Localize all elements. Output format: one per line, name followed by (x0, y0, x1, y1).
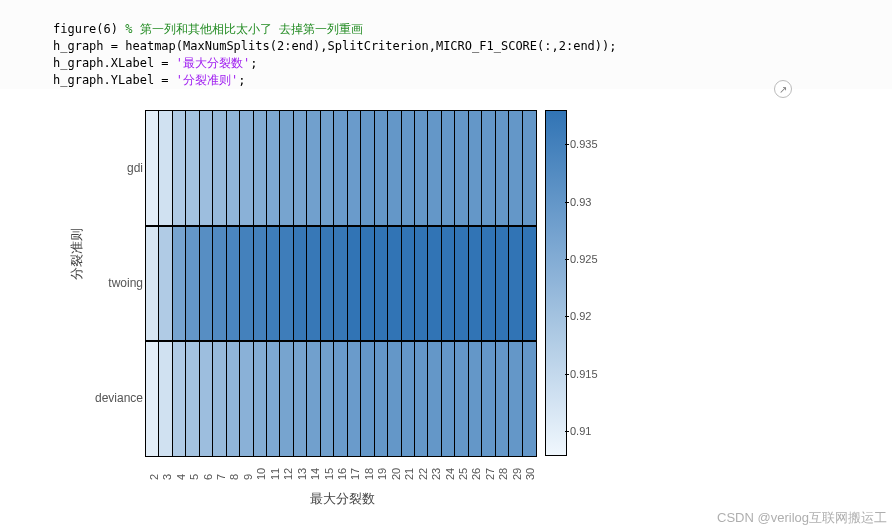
heatmap-cell (442, 227, 455, 340)
x-axis-label: 最大分裂数 (310, 490, 375, 508)
heatmap-cell (254, 342, 267, 456)
heatmap-cell (375, 342, 388, 456)
heatmap-cell (200, 342, 213, 456)
heatmap-cell (146, 227, 159, 340)
colorbar-tick-label: 0.925 (570, 253, 598, 265)
heatmap-cell (307, 342, 320, 456)
heatmap-cell (159, 342, 172, 456)
code-text: ; (250, 56, 257, 70)
heatmap-cell (213, 342, 226, 456)
heatmap-cell (267, 111, 280, 225)
heatmap-cell (280, 342, 293, 456)
heatmap-cell (348, 111, 361, 225)
heatmap-cell (254, 227, 267, 340)
x-tick-label: 4 (175, 474, 187, 480)
heatmap-cell (240, 342, 253, 456)
x-tick-label: 13 (296, 468, 308, 480)
heatmap-cell (294, 227, 307, 340)
expand-glyph: ↗ (779, 84, 787, 95)
heatmap-cell (294, 342, 307, 456)
heatmap-cell (334, 111, 347, 225)
heatmap-cell (509, 227, 522, 340)
x-tick-label: 12 (282, 468, 294, 480)
x-tick-label: 17 (349, 468, 361, 480)
code-text: figure(6) (53, 22, 125, 36)
heatmap-cell (388, 111, 401, 225)
y-tick-label: twoing (108, 276, 143, 290)
heatmap-cell (375, 111, 388, 225)
heatmap-row (146, 341, 536, 456)
heatmap-cell (496, 342, 509, 456)
x-tick-label: 30 (524, 468, 536, 480)
heatmap-cell (469, 342, 482, 456)
heatmap-cell (307, 227, 320, 340)
colorbar-tick-label: 0.91 (570, 425, 591, 437)
colorbar-ticks: 0.910.9150.920.9250.930.935 (570, 110, 630, 454)
heatmap-cell (213, 227, 226, 340)
heatmap-cell (402, 227, 415, 340)
heatmap-cell (442, 111, 455, 225)
heatmap-cell (146, 342, 159, 456)
code-comment: % 第一列和其他相比太小了 去掉第一列重画 (125, 22, 363, 36)
heatmap-cell (240, 111, 253, 225)
colorbar (545, 110, 567, 456)
heatmap-cell (200, 227, 213, 340)
heatmap-cell (388, 227, 401, 340)
x-tick-label: 11 (269, 468, 281, 480)
y-axis-label: 分裂准则 (68, 228, 86, 280)
heatmap-row (146, 111, 536, 226)
heatmap-cell (523, 342, 536, 456)
heatmap-cell (482, 342, 495, 456)
heatmap-cell (348, 227, 361, 340)
heatmap-cell (402, 342, 415, 456)
x-tick-label: 9 (242, 474, 254, 480)
heatmap-cell (186, 111, 199, 225)
heatmap-cell (280, 111, 293, 225)
heatmap-figure: 分裂准则 gditwoingdeviance 23456789101112131… (60, 90, 780, 520)
x-tick-label: 14 (309, 468, 321, 480)
heatmap-cell (455, 111, 468, 225)
x-tick-label: 19 (376, 468, 388, 480)
heatmap-cell (415, 342, 428, 456)
x-tick-label: 6 (202, 474, 214, 480)
heatmap-cell (146, 111, 159, 225)
heatmap-cell (482, 111, 495, 225)
heatmap-cell (523, 111, 536, 225)
heatmap-cell (227, 342, 240, 456)
heatmap-cell (482, 227, 495, 340)
x-tick-label: 2 (148, 474, 160, 480)
heatmap-cell (375, 227, 388, 340)
heatmap-cell (267, 342, 280, 456)
heatmap-cell (361, 227, 374, 340)
colorbar-tick-label: 0.92 (570, 310, 591, 322)
y-tick-label: deviance (95, 391, 143, 405)
heatmap-cell (455, 342, 468, 456)
x-tick-label: 15 (323, 468, 335, 480)
heatmap-cell (509, 342, 522, 456)
x-tick-label: 27 (484, 468, 496, 480)
x-tick-label: 28 (497, 468, 509, 480)
expand-icon[interactable]: ↗ (774, 80, 792, 98)
heatmap-cell (254, 111, 267, 225)
heatmap-cell (227, 227, 240, 340)
y-tick-labels: gditwoingdeviance (95, 110, 143, 455)
heatmap-cell (213, 111, 226, 225)
heatmap-cell (267, 227, 280, 340)
heatmap-cell (469, 111, 482, 225)
colorbar-tick-label: 0.915 (570, 368, 598, 380)
heatmap-cell (415, 111, 428, 225)
heatmap-cell (428, 342, 441, 456)
heatmap-cell (469, 227, 482, 340)
heatmap-row (146, 226, 536, 341)
heatmap-cell (159, 227, 172, 340)
heatmap-cell (321, 342, 334, 456)
x-tick-label: 18 (363, 468, 375, 480)
heatmap-cell (334, 342, 347, 456)
heatmap-cell (186, 227, 199, 340)
watermark: CSDN @verilog互联网搬运工 (717, 509, 887, 527)
colorbar-tick-label: 0.935 (570, 138, 598, 150)
x-tick-label: 25 (457, 468, 469, 480)
code-text: ; (238, 73, 245, 87)
x-tick-label: 5 (188, 474, 200, 480)
heatmap-cell (173, 111, 186, 225)
